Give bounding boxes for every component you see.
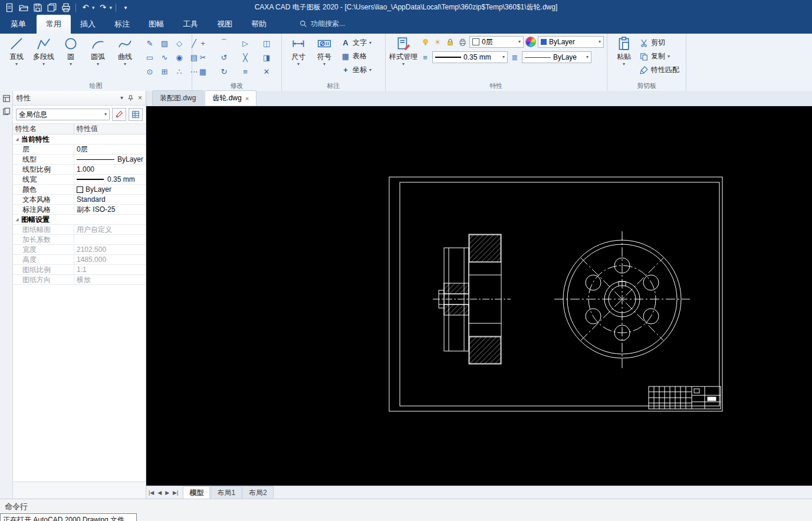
redo-button[interactable]: ↷ [97,2,109,13]
fillet-icon[interactable]: ⌒ [217,36,231,50]
lineweight-dropdown[interactable]: 0.35 mm ▾ [432,51,508,63]
layout-tab-model[interactable]: 模型 [183,486,210,499]
rotate-ccw-icon[interactable]: ↺ [217,50,231,64]
chevron-down-icon[interactable]: ▾ [92,5,95,11]
property-row-linetype[interactable]: 线型ByLayer [13,155,146,165]
style-manager-button[interactable]: 样式管理 ▾ [389,36,417,67]
match-button[interactable]: 特性匹配 [639,63,679,77]
chevron-down-icon[interactable]: ▾ [110,5,113,11]
ribbon-tab-annotate[interactable]: 标注 [105,15,139,34]
polygon-icon[interactable]: ◇ [172,36,186,50]
linetype-list-icon[interactable]: ≣ [509,52,520,63]
document-tab-gear[interactable]: 齿轮.dwg× [205,90,257,106]
customize-button[interactable]: ▾ [120,2,132,13]
property-row-sheet-orientation[interactable]: 图纸方向横放 [13,275,146,285]
linetype-dropdown[interactable]: ByLayer ▾ [522,51,591,63]
move-icon[interactable]: + [196,36,210,50]
close-icon[interactable]: × [245,95,249,102]
property-row-layer[interactable]: 层0层 [13,145,146,155]
edit-properties-button[interactable] [112,108,126,121]
point-icon[interactable]: ⊙ [143,64,157,78]
undo-button[interactable]: ↶ [80,2,91,13]
scatter-points-icon[interactable]: ∴ [172,64,186,78]
save-all-button[interactable] [46,2,58,13]
hatch-icon[interactable]: ▨ [157,36,172,50]
circle-tool-button[interactable]: 圆▾ [58,36,84,81]
new-button[interactable] [4,2,15,13]
close-icon[interactable]: × [138,94,142,102]
color-wheel-icon[interactable] [525,37,536,47]
coordinate-button[interactable]: +坐标▾ [341,63,372,77]
menu-button[interactable]: 菜单 [0,15,37,34]
cut-button[interactable]: 剪切 [639,36,679,50]
collapse-icon[interactable]: ◢ [13,135,21,144]
dimension-button[interactable]: 尺寸 ▾ [285,36,311,81]
first-tab-icon[interactable]: |◀ [149,490,154,496]
panel-menu-chevron-icon[interactable]: ▾ [120,96,123,100]
spline-icon[interactable]: ∿ [157,50,172,64]
ribbon-tab-sheet[interactable]: 图幅 [139,15,173,34]
customize-grid-button[interactable] [129,108,143,121]
line-tool-button[interactable]: 直线▾ [4,36,29,81]
offset-icon[interactable]: ≡ [238,64,252,78]
fill-icon[interactable]: ◉ [172,50,186,64]
property-row-height[interactable]: 高度1485.000 [13,255,146,265]
properties-panel-tab-icon[interactable] [2,94,11,103]
rectangle-icon[interactable]: ▭ [143,50,157,64]
trim-icon[interactable]: ✂ [196,50,210,64]
linetype-manager-icon[interactable]: ≡ [420,52,430,63]
property-row-linetype-scale[interactable]: 线型比例1.000 [13,165,146,175]
sketch-pencil-icon[interactable]: ✎ [143,36,157,50]
layer-dropdown[interactable]: 0层 ▾ [469,36,524,48]
stretch-icon[interactable]: ◨ [259,50,274,64]
extend-icon[interactable]: ▷ [238,36,252,50]
mirror-icon[interactable]: ◫ [259,36,274,50]
drawing-canvas[interactable] [146,106,812,486]
property-group-header[interactable]: ◢图幅设置 [13,215,146,225]
color-dropdown[interactable]: ByLayer ▾ [538,36,604,48]
layout-tab-layout2[interactable]: 布局2 [242,486,274,499]
paste-button[interactable]: 粘贴 ▾ [611,36,637,81]
property-row-sheet-scale[interactable]: 图纸比例1:1 [13,265,146,275]
text-button[interactable]: A文字▾ [341,36,372,50]
property-row-width[interactable]: 宽度2102.500 [13,245,146,255]
scope-dropdown[interactable]: 全局信息 ▾ [16,109,110,120]
rotate-cw-icon[interactable]: ↻ [217,64,231,78]
symbol-button[interactable]: 符号 ▾ [311,36,337,81]
copy-button[interactable]: 复制▾ [639,50,679,63]
save-button[interactable] [32,2,44,13]
pin-icon[interactable] [127,95,134,101]
erase-icon[interactable]: ✕ [259,64,274,78]
curve-tool-button[interactable]: 曲线▾ [112,36,138,81]
arc-tool-button[interactable]: 圆弧▾ [85,36,111,81]
array-icon[interactable]: ▦ [196,64,210,78]
document-tab-assembly[interactable]: 装配图.dwg [152,90,203,106]
feature-search[interactable]: 功能搜索... [300,19,345,34]
break-icon[interactable]: ╳ [238,50,252,64]
ribbon-tab-insert[interactable]: 插入 [71,15,105,34]
layout-tab-layout1[interactable]: 布局1 [211,486,242,499]
property-row-lineweight[interactable]: 线宽0.35 mm [13,175,146,185]
property-row-dim-style[interactable]: 标注风格副本 ISO-25 [13,205,146,215]
polyline-tool-button[interactable]: 多段线▾ [31,36,57,81]
command-line-message[interactable]: 正在打开 AutoCAD 2000 Drawing 文件 [0,513,137,521]
next-tab-icon[interactable]: ▶ [165,490,169,496]
property-row-lengthen-factor[interactable]: 加长系数 [13,235,146,245]
layer-plot-button[interactable] [457,37,468,47]
ribbon-tab-home[interactable]: 常用 [37,15,71,34]
ribbon-tab-tools[interactable]: 工具 [173,15,208,34]
library-panel-tab-icon[interactable] [2,107,11,116]
property-row-sheet-size[interactable]: 图纸幅面用户自定义 [13,225,146,235]
last-tab-icon[interactable]: ▶| [173,490,178,496]
collapse-icon[interactable]: ◢ [13,215,21,224]
property-row-text-style[interactable]: 文本风格Standard [13,195,146,205]
plot-button[interactable] [60,2,72,13]
layer-lock-button[interactable] [445,37,455,47]
open-button[interactable] [18,2,29,13]
ribbon-tab-help[interactable]: 帮助 [242,15,276,34]
property-row-color[interactable]: 颜色ByLayer [13,185,146,195]
prev-tab-icon[interactable]: ◀ [157,490,162,496]
ribbon-tab-view[interactable]: 视图 [208,15,242,34]
layer-freeze-button[interactable]: ☀ [432,37,443,47]
grid-insert-icon[interactable]: ⊞ [157,64,172,78]
